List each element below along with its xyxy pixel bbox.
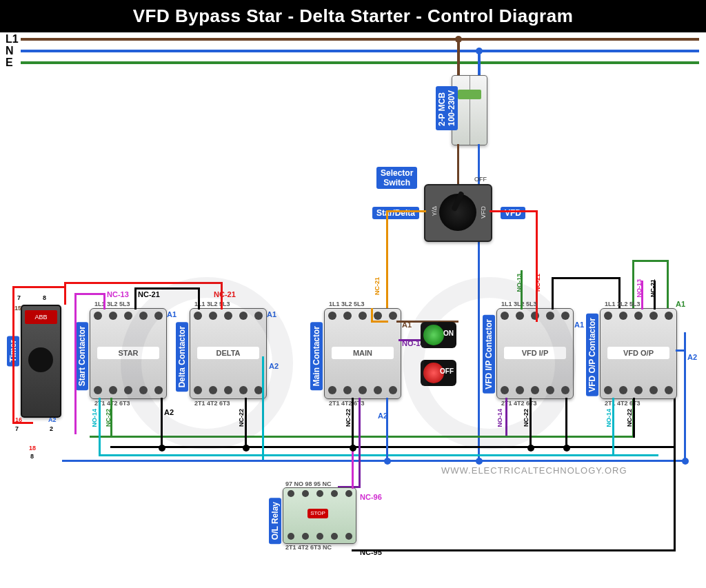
line-l1 xyxy=(21,38,699,41)
olr-pill: O/L Relay xyxy=(269,498,281,544)
label-e: E xyxy=(6,57,13,69)
olr-stop: STOP xyxy=(307,509,328,518)
timer-b8: 8 xyxy=(30,453,34,460)
diagram-canvas: L1 N E 2-P MCB100-230V Y/Δ VFD OFF Selec… xyxy=(0,32,706,584)
line-e xyxy=(21,61,699,64)
wire-timer-red-bot xyxy=(12,422,33,424)
olr-nc96: NC-96 xyxy=(360,493,382,501)
vfdo-a2: A2 xyxy=(687,353,697,361)
bg-watermark-icon xyxy=(103,239,600,487)
selector-pos-yd: Y/Δ xyxy=(431,206,438,216)
wire-sel-yd-h xyxy=(386,210,416,212)
selector-label: SelectorSwitch xyxy=(376,167,417,189)
wire-red-to-timer-v xyxy=(64,282,66,305)
vfdo-nc22: NC-22 xyxy=(626,409,633,427)
mcb-label: 2-P MCB100-230V xyxy=(436,86,458,130)
wire-magenta-long-v1 xyxy=(74,293,77,434)
wire-mcb-brown-down xyxy=(457,144,459,184)
svg-point-0 xyxy=(131,287,283,439)
vfdo-name: VFD O/P xyxy=(607,347,669,359)
timer-t7: 7 xyxy=(17,294,21,301)
wire-neutral-right-up xyxy=(684,332,686,462)
selector-left-pill: Star/Delta xyxy=(372,207,419,219)
wire-l1-to-mcb xyxy=(457,39,460,75)
selector-right-pill: VFD xyxy=(501,207,525,219)
timer-t8: 8 xyxy=(43,294,46,301)
vfdo-a1: A1 xyxy=(676,300,685,308)
wire-timer-red-left xyxy=(12,286,14,424)
vfd-op-contactor: VFD O/P xyxy=(600,308,677,399)
vfdo-top-terms: 1L1 3L2 5L3 xyxy=(605,301,641,307)
page-title: VFD Bypass Star - Delta Starter - Contro… xyxy=(0,0,706,32)
label-n: N xyxy=(6,45,14,57)
wire-nc95-h xyxy=(352,549,676,551)
mcb-lever xyxy=(458,90,481,99)
label-l1: L1 xyxy=(6,33,19,45)
olr-bot-terms: 2T1 4T2 6T3 NC xyxy=(285,544,332,551)
selector-switch[interactable]: Y/Δ VFD OFF xyxy=(424,184,492,242)
selector-knob[interactable] xyxy=(439,194,476,231)
timer: ABB xyxy=(21,305,61,418)
wire-vfdo-a2 xyxy=(676,349,686,352)
timer-dial xyxy=(28,347,53,372)
selector-pos-vfd: VFD xyxy=(480,206,487,219)
wire-magenta-long-h1 xyxy=(74,293,105,295)
timer-t15: 15 xyxy=(14,305,21,312)
wire-vfdo-nc21 xyxy=(654,281,656,310)
wire-vfdo-no14 xyxy=(612,398,614,456)
wire-green-right-h xyxy=(632,260,669,262)
timer-b7: 7 xyxy=(15,425,19,432)
wire-sel-vfd-h xyxy=(490,210,538,212)
line-n xyxy=(21,50,699,52)
svg-point-1 xyxy=(414,287,565,439)
timer-brand: ABB xyxy=(25,310,57,324)
star-no14: NO-14 xyxy=(91,409,98,427)
overload-relay: STOP xyxy=(283,487,356,544)
junction-dot xyxy=(682,458,689,465)
wire-vfdo-nc22 xyxy=(633,398,635,438)
timer-tA2: A2 xyxy=(48,416,57,423)
wire-n-to-mcb xyxy=(478,51,481,75)
wire-nc95-v xyxy=(674,446,676,551)
wire-timer-red-top xyxy=(12,286,66,288)
timer-b2: 2 xyxy=(50,425,53,432)
timer-t18: 18 xyxy=(29,445,36,452)
selector-pos-off: OFF xyxy=(474,176,487,183)
vfdo-no14: NO-14 xyxy=(605,409,612,427)
star-pill: Start Contactor xyxy=(76,322,88,390)
wire-vfdo-magenta xyxy=(641,281,643,310)
wire-star-no14 xyxy=(99,398,101,456)
